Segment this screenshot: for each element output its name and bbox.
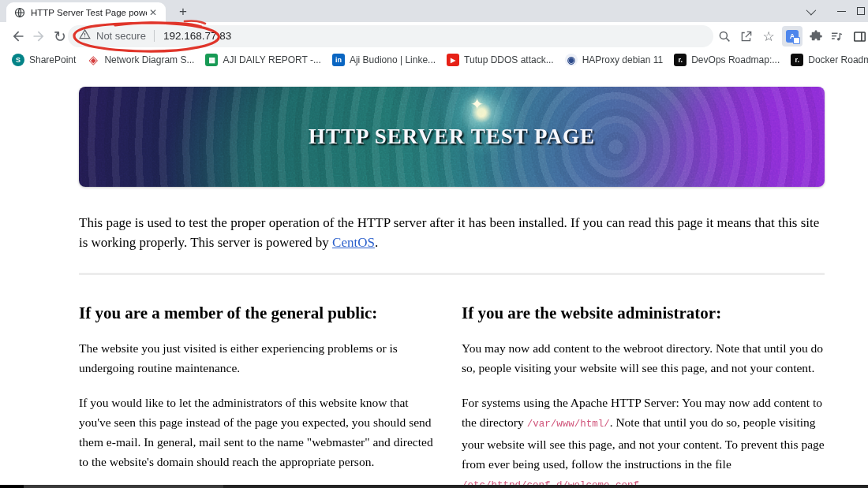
browser-window: HTTP Server Test Page powered ✕ + ↻ Not …: [0, 0, 868, 488]
webroot-path-code: /var/www/html/: [527, 419, 610, 430]
bookmark-haproxy[interactable]: ◉ HAProxy debian 11: [559, 51, 669, 69]
media-controls-icon[interactable]: [826, 26, 847, 47]
forward-button[interactable]: [30, 27, 49, 46]
public-paragraph-2: If you would like to let the administrat…: [79, 393, 442, 471]
tab-search-chevron-icon[interactable]: [794, 0, 825, 22]
side-panel-icon[interactable]: [849, 26, 868, 47]
haproxy-globe-icon: ◉: [565, 54, 578, 66]
youtube-icon: ▶: [447, 54, 459, 66]
roadmap-icon: r.: [674, 54, 687, 66]
bookmark-youtube-ddos[interactable]: ▶ Tutup DDOS attack...: [441, 51, 559, 69]
new-tab-button[interactable]: +: [174, 3, 193, 22]
security-label[interactable]: Not secure: [96, 30, 146, 42]
bookmark-aji-daily-report[interactable]: ▦ AJI DAILY REPORT -...: [200, 51, 326, 69]
intro-paragraph: This page is used to test the proper ope…: [79, 213, 825, 252]
admin-paragraph-1: You may now add content to the webroot d…: [462, 338, 825, 378]
admin-paragraph-2: For systems using the Apache HTTP Server…: [462, 393, 825, 488]
globe-favicon-icon: [14, 7, 25, 18]
window-controls: [794, 0, 868, 22]
not-secure-warning-icon: [79, 28, 91, 43]
taskbar-top-edge: [0, 485, 868, 488]
share-icon[interactable]: [736, 26, 757, 47]
bookmark-network-diagram[interactable]: ◈ Network Diagram S...: [81, 51, 200, 69]
public-paragraph-1: The website you just visited is either e…: [79, 338, 442, 378]
diagram-diamond-icon: ◈: [87, 54, 99, 66]
tab-close-icon[interactable]: ✕: [147, 6, 159, 19]
admin-heading: If you are the website administrator:: [462, 304, 825, 323]
centos-link[interactable]: CentOS: [332, 235, 375, 250]
public-column: If you are a member of the general publi…: [79, 275, 442, 488]
tab-title: HTTP Server Test Page powered: [31, 8, 147, 17]
admin-column: If you are the website administrator: Yo…: [462, 275, 825, 488]
sharepoint-icon: S: [12, 54, 24, 66]
bookmark-docker-roadmap[interactable]: r. Docker Roadmap -...: [785, 51, 868, 69]
tab-strip: HTTP Server Test Page powered ✕ +: [0, 0, 868, 22]
bookmark-linkedin[interactable]: in Aji Budiono | Linke...: [327, 51, 441, 69]
maximize-button[interactable]: [857, 0, 868, 22]
search-icon[interactable]: [714, 26, 735, 47]
address-bar[interactable]: Not secure 192.168.77.83: [68, 25, 713, 47]
bookmark-sharepoint[interactable]: S SharePoint: [6, 51, 81, 69]
bookmarks-bar: S SharePoint ◈ Network Diagram S... ▦ AJ…: [0, 49, 868, 71]
omnibox-separator: [154, 30, 155, 42]
bookmark-devops-roadmap[interactable]: r. DevOps Roadmap:...: [668, 51, 785, 69]
roadmap-icon: r.: [791, 54, 803, 66]
linkedin-icon: in: [332, 54, 345, 66]
browser-tab[interactable]: HTTP Server Test Page powered ✕: [6, 2, 166, 22]
minimize-button[interactable]: [825, 0, 857, 22]
extensions-puzzle-icon[interactable]: [806, 26, 826, 47]
reload-button[interactable]: ↻: [51, 27, 69, 46]
banner-title: HTTP SERVER TEST PAGE: [79, 87, 825, 187]
google-sheets-icon: ▦: [205, 54, 218, 66]
back-button[interactable]: [8, 27, 27, 46]
translate-icon[interactable]: A: [782, 26, 803, 47]
public-heading: If you are a member of the general publi…: [79, 304, 442, 323]
bookmark-star-icon[interactable]: ☆: [758, 26, 779, 47]
banner-image: ✦ HTTP SERVER TEST PAGE: [79, 87, 825, 187]
page-content: ✦ HTTP SERVER TEST PAGE This page is use…: [0, 71, 868, 488]
url-text[interactable]: 192.168.77.83: [163, 30, 231, 42]
